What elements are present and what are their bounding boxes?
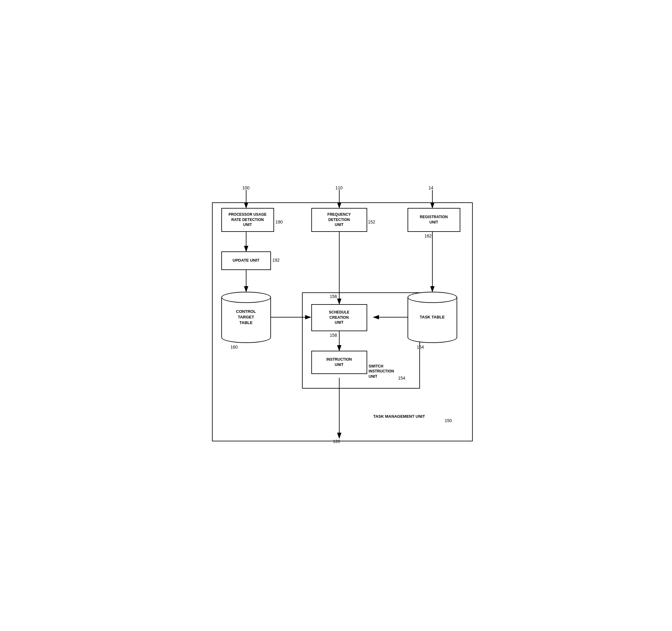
ref-192: 192	[272, 258, 280, 263]
task-table-cyl: TASK TABLE	[408, 292, 457, 343]
ref-190: 190	[275, 219, 283, 224]
ref-14: 14	[429, 185, 434, 190]
ref-160: 160	[231, 344, 238, 349]
ref-158: 158	[330, 333, 337, 338]
ref-162: 162	[425, 234, 432, 238]
instruction-unit-box: INSTRUCTION UNIT	[311, 351, 367, 374]
ref-164: 164	[417, 344, 424, 349]
schedule-creation-box: SCHEDULE CREATION UNIT	[311, 304, 367, 331]
control-target-table-cyl: CONTROL TARGET TABLE	[221, 292, 271, 343]
ref-110: 110	[336, 185, 343, 190]
ref-154: 154	[398, 375, 405, 381]
frequency-detection-box: FREQUENCY DETECTION UNIT	[311, 208, 367, 232]
ref-152: 152	[368, 219, 375, 224]
diagram: 100 110 14	[196, 184, 476, 447]
ref-156: 156	[330, 294, 337, 299]
registration-unit-box: REGISTRATION UNIT	[408, 208, 460, 232]
ref-150: 150	[445, 418, 452, 423]
update-unit-box: UPDATE UNIT	[221, 251, 271, 270]
processor-usage-box: PROCESSOR USAGE RATE DETECTION UNIT	[221, 208, 274, 232]
switch-instruction-label: SWITCH INSTRUCTION UNIT	[369, 364, 394, 379]
ref-100: 100	[242, 185, 249, 190]
task-management-label: TASK MANAGEMENT UNIT	[374, 414, 425, 419]
ref-120: 120	[333, 439, 340, 444]
